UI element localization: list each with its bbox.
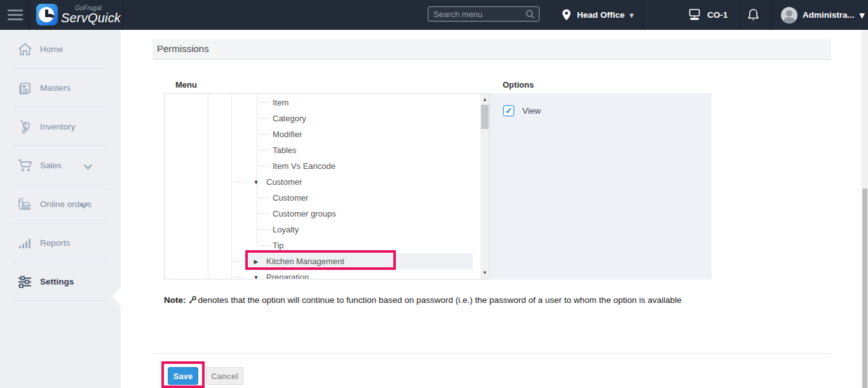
search-input[interactable] bbox=[428, 7, 539, 21]
sidebar-item-reports[interactable]: Reports bbox=[0, 224, 121, 262]
sidebar-item-masters[interactable]: Masters bbox=[0, 69, 121, 107]
hamburger-menu-icon[interactable] bbox=[8, 10, 23, 20]
sidebar-item-label: Settings bbox=[40, 277, 74, 286]
view-checkbox-label: View bbox=[522, 106, 541, 116]
tree-item[interactable]: Loyalty bbox=[165, 222, 489, 237]
tree-item[interactable]: Customer groups bbox=[165, 206, 489, 222]
bar-chart-icon bbox=[17, 236, 32, 251]
tree-item[interactable]: Customer bbox=[165, 190, 489, 206]
page-header: Permissions bbox=[153, 39, 831, 60]
sidebar-item-inventory[interactable]: Inventory bbox=[0, 107, 121, 146]
home-icon bbox=[17, 42, 32, 57]
page-title: Permissions bbox=[153, 39, 831, 59]
documents-icon bbox=[17, 81, 32, 96]
top-bar: GoFrugal ServQuick Head Office ▾ CO-1 Ad… bbox=[0, 0, 868, 30]
scroll-down-icon[interactable]: ▼ bbox=[480, 269, 489, 278]
bell-icon bbox=[747, 8, 759, 22]
fast-food-icon bbox=[17, 197, 32, 212]
sidebar-item-settings[interactable]: Settings bbox=[0, 262, 121, 301]
tree-item[interactable]: Item Vs Eancode bbox=[165, 158, 489, 174]
collapse-icon[interactable] bbox=[252, 274, 261, 280]
page-scrollbar[interactable] bbox=[862, 30, 868, 388]
view-checkbox[interactable] bbox=[503, 105, 514, 116]
permissions-menu-tree: Item Category Modifier Tables Item Vs Ea… bbox=[164, 93, 490, 279]
tree-item[interactable]: Modifier bbox=[165, 126, 489, 142]
terminal-label: CO-1 bbox=[707, 10, 728, 20]
user-label: Administra... bbox=[803, 10, 855, 20]
sidebar-item-label: Sales bbox=[40, 161, 62, 170]
servquick-clock-icon bbox=[36, 4, 58, 25]
tree-item-customer[interactable]: Customer bbox=[165, 174, 489, 190]
app-logo[interactable]: GoFrugal ServQuick bbox=[36, 4, 121, 25]
notifications-button[interactable] bbox=[747, 0, 759, 30]
collapse-icon[interactable] bbox=[252, 179, 261, 185]
sidebar-item-label: Home bbox=[40, 44, 63, 54]
sidebar-item-sales[interactable]: Sales bbox=[0, 146, 121, 185]
location-selector[interactable]: Head Office ▾ bbox=[562, 0, 634, 30]
cart-icon bbox=[17, 158, 32, 173]
options-section-label: Options bbox=[503, 80, 534, 90]
pos-terminal-icon bbox=[688, 9, 702, 21]
footer-divider bbox=[153, 353, 831, 354]
menu-search bbox=[428, 6, 539, 22]
sidebar-item-label: Inventory bbox=[40, 122, 76, 131]
brand-text: GoFrugal ServQuick bbox=[61, 5, 121, 25]
tree-item[interactable]: Tip bbox=[165, 237, 489, 253]
user-menu[interactable]: Administra... ▾ bbox=[781, 0, 864, 30]
expand-icon[interactable] bbox=[252, 258, 261, 265]
hand-truck-icon bbox=[17, 119, 32, 135]
sidebar-item-label: Reports bbox=[40, 238, 70, 248]
tree-item-preparation[interactable]: Preparation bbox=[165, 269, 489, 279]
terminal-selector[interactable]: CO-1 bbox=[688, 0, 728, 30]
sidebar-nav: Home Masters Inventory Sales Online orde… bbox=[0, 30, 121, 388]
tree-item[interactable]: Category bbox=[165, 110, 489, 126]
brand-servquick: ServQuick bbox=[61, 11, 121, 25]
main-content: Permissions Menu Options Item Category M… bbox=[121, 30, 862, 388]
save-button[interactable]: Save bbox=[168, 367, 198, 385]
chevron-down-icon: ▾ bbox=[860, 10, 865, 21]
active-item-pointer bbox=[112, 287, 121, 306]
note-prefix: Note: bbox=[164, 295, 186, 305]
tree-item-kitchen-management[interactable]: Kitchen Management bbox=[165, 253, 489, 269]
chevron-down-icon bbox=[84, 161, 92, 170]
note-text: Note:denotes that the option will contin… bbox=[164, 295, 681, 305]
tree-scrollbar[interactable]: ▲ ▼ bbox=[480, 94, 489, 279]
tree-item[interactable]: Item bbox=[165, 95, 489, 110]
location-label: Head Office bbox=[577, 10, 625, 20]
sidebar-item-home[interactable]: Home bbox=[0, 30, 121, 69]
user-avatar bbox=[781, 7, 797, 23]
search-icon bbox=[526, 10, 535, 19]
note-body: denotes that the option will continue to… bbox=[198, 295, 682, 305]
tree-item[interactable]: Tables bbox=[165, 142, 489, 158]
page-scrollbar-thumb[interactable] bbox=[862, 189, 867, 388]
sidebar-item-label: Masters bbox=[40, 83, 71, 93]
location-pin-icon bbox=[562, 9, 571, 21]
key-icon bbox=[189, 296, 196, 304]
options-panel: View bbox=[490, 93, 712, 279]
menu-section-label: Menu bbox=[175, 80, 197, 90]
scrollbar-thumb[interactable] bbox=[481, 105, 489, 129]
scroll-up-icon[interactable]: ▲ bbox=[480, 95, 489, 104]
chevron-down-icon: ▾ bbox=[630, 11, 634, 20]
cancel-button[interactable]: Cancel bbox=[206, 367, 243, 385]
sidebar-item-online-orders[interactable]: Online orders bbox=[0, 185, 121, 224]
sliders-icon bbox=[17, 274, 32, 290]
brand-gofrugal: GoFrugal bbox=[61, 5, 121, 11]
servquick-permissions-page: GoFrugal ServQuick Head Office ▾ CO-1 Ad… bbox=[0, 0, 868, 388]
